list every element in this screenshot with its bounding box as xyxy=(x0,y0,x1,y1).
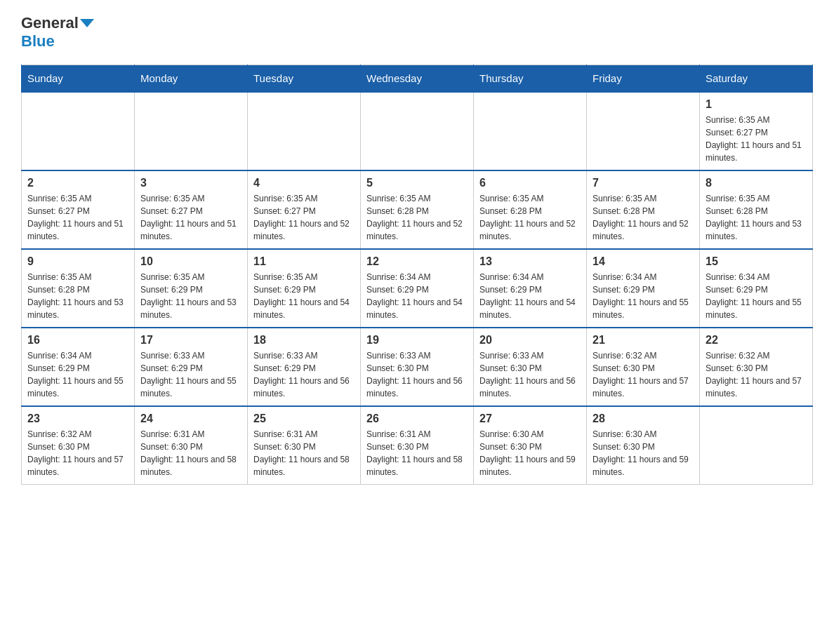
page-header: General Blue xyxy=(21,14,813,51)
calendar-day-cell: 3Sunrise: 6:35 AMSunset: 6:27 PMDaylight… xyxy=(135,170,248,249)
day-info: Sunrise: 6:35 AMSunset: 6:29 PMDaylight:… xyxy=(140,271,241,321)
day-of-week-header: Sunday xyxy=(22,65,135,93)
calendar-day-cell: 23Sunrise: 6:32 AMSunset: 6:30 PMDayligh… xyxy=(22,406,135,485)
calendar-day-cell xyxy=(361,92,474,170)
day-info: Sunrise: 6:35 AMSunset: 6:28 PMDaylight:… xyxy=(706,192,807,243)
calendar-day-cell: 8Sunrise: 6:35 AMSunset: 6:28 PMDaylight… xyxy=(700,170,813,249)
day-info: Sunrise: 6:34 AMSunset: 6:29 PMDaylight:… xyxy=(27,349,128,400)
day-of-week-header: Monday xyxy=(135,65,248,93)
day-info: Sunrise: 6:35 AMSunset: 6:27 PMDaylight:… xyxy=(27,192,128,243)
day-number: 19 xyxy=(366,334,468,347)
day-info: Sunrise: 6:30 AMSunset: 6:30 PMDaylight:… xyxy=(593,428,694,478)
calendar-day-cell: 20Sunrise: 6:33 AMSunset: 6:30 PMDayligh… xyxy=(474,328,587,406)
day-number: 21 xyxy=(593,334,694,347)
day-info: Sunrise: 6:33 AMSunset: 6:30 PMDaylight:… xyxy=(366,349,468,400)
calendar-day-cell: 4Sunrise: 6:35 AMSunset: 6:27 PMDaylight… xyxy=(248,170,361,249)
calendar-day-cell: 21Sunrise: 6:32 AMSunset: 6:30 PMDayligh… xyxy=(587,328,700,406)
day-number: 6 xyxy=(479,177,581,189)
calendar-day-cell: 11Sunrise: 6:35 AMSunset: 6:29 PMDayligh… xyxy=(248,249,361,328)
day-info: Sunrise: 6:32 AMSunset: 6:30 PMDaylight:… xyxy=(27,428,128,478)
day-number: 8 xyxy=(706,177,807,189)
day-info: Sunrise: 6:35 AMSunset: 6:27 PMDaylight:… xyxy=(140,192,241,243)
day-number: 1 xyxy=(706,98,807,111)
calendar-day-cell: 2Sunrise: 6:35 AMSunset: 6:27 PMDaylight… xyxy=(22,170,135,249)
day-number: 24 xyxy=(140,412,241,425)
day-info: Sunrise: 6:34 AMSunset: 6:29 PMDaylight:… xyxy=(366,271,468,321)
logo: General Blue xyxy=(21,14,94,51)
calendar-day-cell: 19Sunrise: 6:33 AMSunset: 6:30 PMDayligh… xyxy=(361,328,474,406)
day-info: Sunrise: 6:35 AMSunset: 6:28 PMDaylight:… xyxy=(479,192,581,243)
logo-blue-text: Blue xyxy=(21,32,55,51)
day-info: Sunrise: 6:34 AMSunset: 6:29 PMDaylight:… xyxy=(479,271,581,321)
day-number: 4 xyxy=(253,177,355,189)
day-info: Sunrise: 6:31 AMSunset: 6:30 PMDaylight:… xyxy=(253,428,355,478)
calendar-day-cell: 22Sunrise: 6:32 AMSunset: 6:30 PMDayligh… xyxy=(700,328,813,406)
calendar-week-row: 23Sunrise: 6:32 AMSunset: 6:30 PMDayligh… xyxy=(22,406,813,485)
day-number: 13 xyxy=(479,255,581,268)
day-info: Sunrise: 6:32 AMSunset: 6:30 PMDaylight:… xyxy=(593,349,694,400)
day-info: Sunrise: 6:34 AMSunset: 6:29 PMDaylight:… xyxy=(593,271,694,321)
calendar-day-cell xyxy=(587,92,700,170)
day-number: 23 xyxy=(27,412,128,425)
calendar-day-cell xyxy=(248,92,361,170)
day-info: Sunrise: 6:35 AMSunset: 6:28 PMDaylight:… xyxy=(366,192,468,243)
day-number: 20 xyxy=(479,334,581,347)
day-info: Sunrise: 6:31 AMSunset: 6:30 PMDaylight:… xyxy=(140,428,241,478)
day-info: Sunrise: 6:33 AMSunset: 6:29 PMDaylight:… xyxy=(253,349,355,400)
calendar-table: SundayMondayTuesdayWednesdayThursdayFrid… xyxy=(21,65,813,485)
day-of-week-header: Saturday xyxy=(700,65,813,93)
day-info: Sunrise: 6:33 AMSunset: 6:29 PMDaylight:… xyxy=(140,349,241,400)
day-number: 18 xyxy=(253,334,355,347)
day-info: Sunrise: 6:34 AMSunset: 6:29 PMDaylight:… xyxy=(706,271,807,321)
day-info: Sunrise: 6:32 AMSunset: 6:30 PMDaylight:… xyxy=(706,349,807,400)
day-info: Sunrise: 6:35 AMSunset: 6:27 PMDaylight:… xyxy=(706,114,807,164)
day-number: 14 xyxy=(593,255,694,268)
calendar-day-cell: 1Sunrise: 6:35 AMSunset: 6:27 PMDaylight… xyxy=(700,92,813,170)
day-number: 26 xyxy=(366,412,468,425)
calendar-day-cell xyxy=(700,406,813,485)
day-number: 10 xyxy=(140,255,241,268)
calendar-day-cell xyxy=(474,92,587,170)
day-info: Sunrise: 6:30 AMSunset: 6:30 PMDaylight:… xyxy=(479,428,581,478)
calendar-header-row: SundayMondayTuesdayWednesdayThursdayFrid… xyxy=(22,65,813,93)
day-of-week-header: Wednesday xyxy=(361,65,474,93)
calendar-day-cell: 14Sunrise: 6:34 AMSunset: 6:29 PMDayligh… xyxy=(587,249,700,328)
day-number: 12 xyxy=(366,255,468,268)
calendar-week-row: 9Sunrise: 6:35 AMSunset: 6:28 PMDaylight… xyxy=(22,249,813,328)
calendar-day-cell: 10Sunrise: 6:35 AMSunset: 6:29 PMDayligh… xyxy=(135,249,248,328)
day-info: Sunrise: 6:35 AMSunset: 6:29 PMDaylight:… xyxy=(253,271,355,321)
day-number: 15 xyxy=(706,255,807,268)
calendar-day-cell: 18Sunrise: 6:33 AMSunset: 6:29 PMDayligh… xyxy=(248,328,361,406)
day-number: 7 xyxy=(593,177,694,189)
calendar-day-cell: 12Sunrise: 6:34 AMSunset: 6:29 PMDayligh… xyxy=(361,249,474,328)
day-number: 17 xyxy=(140,334,241,347)
calendar-day-cell xyxy=(135,92,248,170)
day-info: Sunrise: 6:35 AMSunset: 6:27 PMDaylight:… xyxy=(253,192,355,243)
day-number: 28 xyxy=(593,412,694,425)
day-number: 22 xyxy=(706,334,807,347)
day-info: Sunrise: 6:35 AMSunset: 6:28 PMDaylight:… xyxy=(593,192,694,243)
day-number: 2 xyxy=(27,177,128,189)
logo-arrow-icon xyxy=(80,19,94,27)
calendar-day-cell: 28Sunrise: 6:30 AMSunset: 6:30 PMDayligh… xyxy=(587,406,700,485)
day-number: 9 xyxy=(27,255,128,268)
calendar-day-cell: 24Sunrise: 6:31 AMSunset: 6:30 PMDayligh… xyxy=(135,406,248,485)
day-of-week-header: Thursday xyxy=(474,65,587,93)
day-number: 25 xyxy=(253,412,355,425)
calendar-day-cell xyxy=(22,92,135,170)
day-of-week-header: Tuesday xyxy=(248,65,361,93)
calendar-day-cell: 13Sunrise: 6:34 AMSunset: 6:29 PMDayligh… xyxy=(474,249,587,328)
logo-general-text: General xyxy=(21,14,79,32)
calendar-week-row: 1Sunrise: 6:35 AMSunset: 6:27 PMDaylight… xyxy=(22,92,813,170)
calendar-week-row: 16Sunrise: 6:34 AMSunset: 6:29 PMDayligh… xyxy=(22,328,813,406)
day-info: Sunrise: 6:33 AMSunset: 6:30 PMDaylight:… xyxy=(479,349,581,400)
day-number: 5 xyxy=(366,177,468,189)
day-info: Sunrise: 6:31 AMSunset: 6:30 PMDaylight:… xyxy=(366,428,468,478)
calendar-day-cell: 15Sunrise: 6:34 AMSunset: 6:29 PMDayligh… xyxy=(700,249,813,328)
day-number: 16 xyxy=(27,334,128,347)
calendar-day-cell: 5Sunrise: 6:35 AMSunset: 6:28 PMDaylight… xyxy=(361,170,474,249)
calendar-week-row: 2Sunrise: 6:35 AMSunset: 6:27 PMDaylight… xyxy=(22,170,813,249)
day-info: Sunrise: 6:35 AMSunset: 6:28 PMDaylight:… xyxy=(27,271,128,321)
calendar-day-cell: 16Sunrise: 6:34 AMSunset: 6:29 PMDayligh… xyxy=(22,328,135,406)
calendar-day-cell: 26Sunrise: 6:31 AMSunset: 6:30 PMDayligh… xyxy=(361,406,474,485)
